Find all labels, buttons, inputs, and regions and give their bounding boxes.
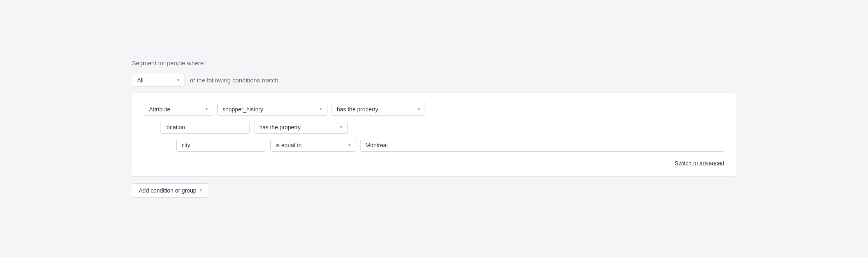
condition-row-3: is equal to ▾ xyxy=(144,139,724,152)
add-condition-button[interactable]: Add condition or group ▾ xyxy=(132,183,209,198)
is-equal-select-value: is equal to xyxy=(276,142,302,148)
condition-row-1: Attribute ▾ shopper_history ▾ has the pr… xyxy=(144,103,724,116)
chevron-down-icon: ▾ xyxy=(340,124,343,130)
chevron-down-icon: ▾ xyxy=(177,78,180,83)
has-property-select-2-value: has the property xyxy=(259,124,300,131)
condition-row-2: has the property ▾ xyxy=(144,121,724,134)
add-condition-row: Add condition or group ▾ xyxy=(132,183,736,198)
chevron-down-icon: ▾ xyxy=(320,106,322,112)
all-select-value: All xyxy=(137,77,144,84)
shopper-select-value: shopper_history xyxy=(223,106,263,113)
chevron-down-icon: ▾ xyxy=(205,106,208,112)
montreal-input[interactable] xyxy=(360,139,724,152)
conditions-text: of the following conditions match xyxy=(190,77,278,84)
page-container: Segment for people where: All ▾ of the f… xyxy=(116,47,752,210)
switch-to-advanced-button[interactable]: Switch to advanced xyxy=(675,160,724,166)
has-property-select-2[interactable]: has the property ▾ xyxy=(254,121,348,134)
chevron-down-icon: ▾ xyxy=(418,106,420,112)
location-input[interactable] xyxy=(160,121,250,134)
city-input[interactable] xyxy=(176,139,266,152)
is-equal-select[interactable]: is equal to ▾ xyxy=(270,139,356,152)
chevron-down-icon: ▾ xyxy=(348,142,351,148)
all-row: All ▾ of the following conditions match xyxy=(132,74,736,87)
shopper-select[interactable]: shopper_history ▾ xyxy=(217,103,327,116)
chevron-down-icon: ▾ xyxy=(200,188,202,193)
all-select[interactable]: All ▾ xyxy=(132,74,185,87)
has-property-select-1[interactable]: has the property ▾ xyxy=(332,103,425,116)
add-condition-label: Add condition or group xyxy=(139,187,196,194)
switch-to-advanced-row: Switch to advanced xyxy=(144,160,724,166)
segment-label: Segment for people where: xyxy=(132,60,736,66)
attribute-select-value: Attribute xyxy=(149,106,170,113)
has-property-select-1-value: has the property xyxy=(337,106,378,113)
attribute-select[interactable]: Attribute ▾ xyxy=(144,103,213,116)
conditions-box: Attribute ▾ shopper_history ▾ has the pr… xyxy=(132,93,736,177)
